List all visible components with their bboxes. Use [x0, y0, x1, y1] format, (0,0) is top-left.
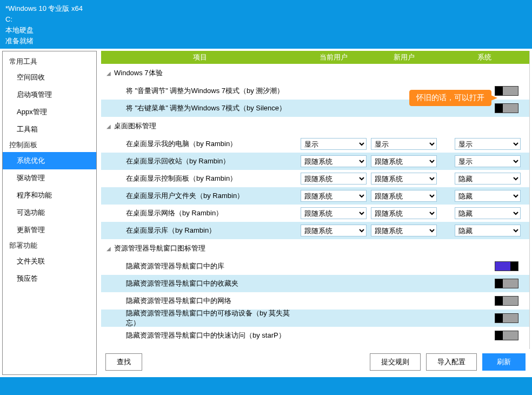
setting-row: 隐藏资源管理器导航窗口中的收藏夹 [101, 275, 529, 292]
setting-label: 在桌面显示回收站（by Rambin） [126, 156, 298, 166]
setting-label: 隐藏资源管理器导航窗口中的网络 [126, 296, 298, 306]
sidebar-group-header: 部署功能 [3, 239, 96, 253]
value-select[interactable]: 显示 [455, 138, 521, 150]
setting-label: 在桌面显示用户文件夹（by Rambin） [126, 191, 298, 201]
toggle-switch[interactable] [495, 331, 518, 340]
toggle-switch[interactable] [495, 261, 518, 271]
value-select[interactable]: 隐藏 [455, 173, 521, 185]
toggle-switch[interactable] [495, 296, 518, 306]
group-title: Windows 7体验 [114, 68, 163, 78]
toggle-switch[interactable] [495, 313, 518, 323]
sidebar: 常用工具空间回收启动项管理Appx管理工具箱控制面板系统优化驱动管理程序和功能可… [2, 51, 97, 375]
setting-row: 隐藏资源管理器导航窗口中的库 [101, 258, 529, 275]
sidebar-item[interactable]: 可选功能 [3, 204, 96, 221]
setting-label: 在桌面显示控制面板（by Rambin） [126, 174, 298, 183]
import-config-button[interactable]: 导入配置 [426, 353, 477, 371]
value-select[interactable]: 隐藏 [455, 207, 521, 219]
callout-tip: 怀旧的话，可以打开 [409, 90, 491, 106]
value-select[interactable]: 跟随系统 [371, 173, 437, 185]
group-title: 资源管理器导航窗口图标管理 [114, 243, 205, 253]
expand-icon: ◢ [107, 246, 114, 252]
value-select[interactable]: 跟随系统 [371, 207, 437, 219]
sidebar-item[interactable]: 程序和功能 [3, 187, 96, 204]
setting-row: 在桌面显示控制面板（by Rambin）跟随系统跟随系统隐藏 [101, 170, 529, 187]
col-current-user: 当前用户 [298, 52, 369, 62]
sidebar-item[interactable]: 驱动管理 [3, 169, 96, 187]
disk-type: 本地硬盘 [5, 25, 527, 36]
value-select[interactable]: 跟随系统 [371, 225, 437, 236]
value-select[interactable]: 显示 [371, 138, 437, 150]
sidebar-group-header: 常用工具 [3, 55, 96, 69]
setting-label: 隐藏资源管理器导航窗口中的收藏夹 [126, 279, 298, 288]
setting-row: 隐藏资源管理器导航窗口中的网络 [101, 292, 529, 310]
status-text: 准备就绪 [5, 36, 527, 47]
col-system: 系统 [439, 52, 529, 62]
sidebar-item[interactable]: 工具箱 [3, 121, 96, 138]
expand-icon: ◢ [107, 123, 114, 129]
toggle-switch[interactable] [495, 279, 518, 288]
setting-label: 在桌面显示网络（by Rambin） [126, 208, 298, 218]
value-select[interactable]: 隐藏 [455, 190, 521, 202]
setting-label: 隐藏资源管理器导航窗口中的库 [126, 261, 298, 271]
footer-bar: 查找 提交规则 导入配置 刷新 [101, 349, 530, 375]
value-select[interactable]: 跟随系统 [371, 190, 437, 202]
find-button[interactable]: 查找 [105, 353, 142, 371]
group-header[interactable]: ◢桌面图标管理 [101, 117, 529, 135]
value-select[interactable]: 跟随系统 [301, 190, 367, 202]
group-header[interactable]: ◢资源管理器导航窗口图标管理 [101, 239, 529, 258]
sidebar-item[interactable]: 启动项管理 [3, 86, 96, 103]
expand-icon: ◢ [107, 70, 114, 76]
setting-row: 隐藏资源管理器导航窗口中的可移动设备（by 莫失莫忘） [101, 310, 529, 327]
setting-label: 将 "右键菜单" 调整为Windows 7模式（by Silence） [126, 103, 298, 113]
setting-row: 隐藏资源管理器导航窗口中的快速访问（by starP） [101, 327, 529, 344]
sidebar-group-header: 控制面板 [3, 138, 96, 152]
setting-label: 将 "音量调节" 调整为Windows 7模式（by 溯汐潮） [126, 86, 298, 96]
setting-label: 在桌面显示我的电脑（by Rambin） [126, 139, 298, 149]
window-title: *Windows 10 专业版 x64 [5, 3, 527, 14]
sidebar-item[interactable]: Appx管理 [3, 103, 96, 121]
group-header[interactable]: ◢Windows 7体验 [101, 64, 529, 82]
setting-label: 隐藏资源管理器导航窗口中的可移动设备（by 莫失莫忘） [126, 308, 298, 328]
submit-rule-button[interactable]: 提交规则 [370, 353, 421, 371]
sidebar-item[interactable]: 文件关联 [3, 253, 96, 270]
value-select[interactable]: 显示 [455, 155, 521, 167]
sidebar-item[interactable]: 系统优化 [3, 152, 96, 169]
sidebar-item[interactable]: 更新管理 [3, 221, 96, 239]
refresh-button[interactable]: 刷新 [482, 353, 526, 371]
header-bar: *Windows 10 专业版 x64 C: 本地硬盘 准备就绪 [0, 0, 532, 49]
value-select[interactable]: 隐藏 [455, 225, 521, 236]
value-select[interactable]: 显示 [301, 138, 367, 150]
drive-letter: C: [5, 14, 527, 25]
col-item: 项目 [101, 52, 298, 62]
value-select[interactable]: 跟随系统 [301, 173, 367, 185]
table-header-row: 项目 当前用户 新用户 系统 [101, 51, 529, 64]
setting-row: 在桌面显示用户文件夹（by Rambin）跟随系统跟随系统隐藏 [101, 187, 529, 205]
col-new-user: 新用户 [369, 52, 439, 62]
sidebar-item[interactable]: 空间回收 [3, 69, 96, 86]
sidebar-item[interactable]: 预应答 [3, 270, 96, 287]
value-select[interactable]: 跟随系统 [301, 225, 367, 236]
group-title: 桌面图标管理 [114, 121, 156, 131]
value-select[interactable]: 跟随系统 [301, 155, 367, 167]
setting-row: 在桌面显示我的电脑（by Rambin）显示显示显示 [101, 135, 529, 153]
toggle-switch[interactable] [495, 103, 518, 113]
bottom-status-bar [0, 377, 532, 395]
setting-row: 在桌面显示网络（by Rambin）跟随系统跟随系统隐藏 [101, 205, 529, 222]
setting-label: 在桌面显示库（by Rambin） [126, 226, 298, 235]
setting-label: 隐藏资源管理器导航窗口中的快速访问（by starP） [126, 331, 298, 340]
value-select[interactable]: 跟随系统 [301, 207, 367, 219]
setting-row: 在桌面显示库（by Rambin）跟随系统跟随系统隐藏 [101, 222, 529, 239]
setting-row: 在桌面显示回收站（by Rambin）跟随系统跟随系统显示 [101, 153, 529, 170]
value-select[interactable]: 跟随系统 [371, 155, 437, 167]
